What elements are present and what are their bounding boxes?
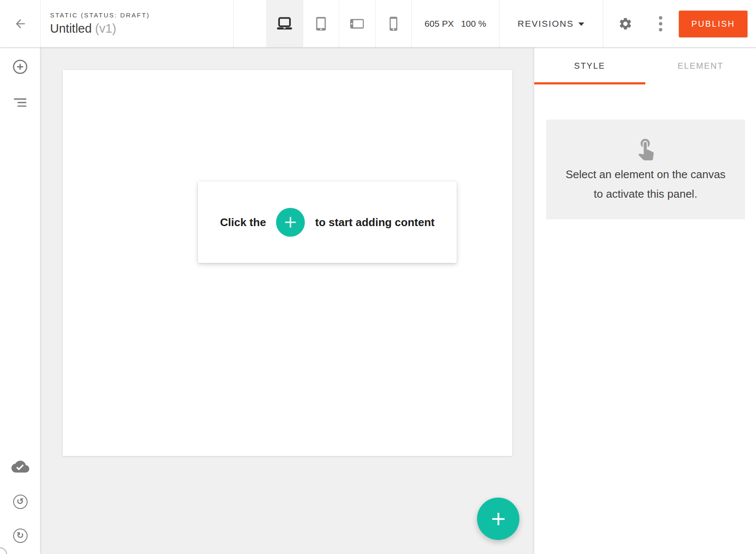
empty-state-card: Click the to start adding content bbox=[198, 182, 457, 263]
more-options-button[interactable] bbox=[649, 0, 672, 47]
document-title-block: STATIC (STATUS: DRAFT) Untitled(v1) bbox=[50, 0, 150, 47]
tablet-landscape-icon bbox=[348, 15, 366, 33]
device-tablet-portrait-button[interactable] bbox=[303, 0, 340, 47]
device-tablet-landscape-button[interactable] bbox=[339, 0, 376, 47]
add-content-fab[interactable] bbox=[477, 498, 519, 540]
canvas-zoom-value: 100 % bbox=[461, 19, 486, 29]
phone-icon bbox=[385, 15, 402, 33]
kebab-menu-icon bbox=[659, 16, 662, 31]
document-status-label: STATIC (STATUS: DRAFT) bbox=[50, 11, 150, 19]
add-circle-icon bbox=[12, 59, 28, 75]
placeholder-text-line1: Select an element on the canvas bbox=[566, 165, 725, 184]
divider bbox=[603, 0, 603, 47]
cloud-saved-icon bbox=[11, 458, 29, 476]
gear-icon bbox=[618, 17, 633, 31]
add-content-button[interactable] bbox=[0, 53, 40, 80]
device-desktop-button[interactable] bbox=[267, 0, 303, 47]
autosave-status bbox=[0, 453, 40, 480]
canvas-dimensions-readout: 605 PX 100 % bbox=[412, 0, 499, 47]
redo-icon: ↻ bbox=[13, 529, 28, 543]
add-content-circle-button[interactable] bbox=[276, 208, 305, 237]
panel-placeholder-box: Select an element on the canvas to activ… bbox=[546, 120, 745, 219]
device-preview-switcher bbox=[266, 0, 412, 47]
page-title: Untitled bbox=[50, 22, 92, 35]
plus-icon bbox=[284, 216, 297, 229]
outline-list-icon bbox=[12, 95, 28, 111]
version-label: (v1) bbox=[95, 22, 116, 35]
tab-element[interactable]: ELEMENT bbox=[645, 48, 756, 84]
panel-tabs: STYLE ELEMENT bbox=[534, 48, 756, 84]
canvas-width-value: 605 PX bbox=[424, 19, 454, 29]
plus-icon bbox=[491, 512, 505, 526]
revisions-dropdown[interactable]: REVISIONS bbox=[499, 0, 603, 47]
settings-button[interactable] bbox=[612, 0, 639, 47]
undo-button[interactable]: ↺ bbox=[0, 488, 40, 515]
laptop-icon bbox=[275, 14, 294, 33]
publish-button[interactable]: PUBLISH bbox=[679, 11, 748, 37]
tablet-portrait-icon bbox=[312, 15, 330, 33]
redo-button[interactable]: ↻ bbox=[0, 522, 40, 549]
undo-icon: ↺ bbox=[13, 495, 28, 509]
divider bbox=[40, 0, 41, 47]
back-arrow-icon bbox=[14, 17, 27, 31]
left-toolbar: ↺ ↻ bbox=[0, 48, 40, 554]
back-button[interactable] bbox=[0, 0, 40, 47]
device-phone-button[interactable] bbox=[376, 0, 412, 47]
outline-structure-button[interactable] bbox=[0, 89, 40, 116]
divider bbox=[233, 0, 234, 47]
page-surface[interactable] bbox=[63, 70, 512, 456]
revisions-label: REVISIONS bbox=[518, 19, 574, 29]
properties-panel: STYLE ELEMENT Select an element on the c… bbox=[534, 48, 756, 554]
empty-message-suffix: to start adding content bbox=[315, 216, 435, 229]
empty-message-prefix: Click the bbox=[220, 216, 266, 229]
chevron-down-icon bbox=[578, 22, 584, 26]
active-tab-indicator bbox=[534, 82, 645, 84]
tab-style[interactable]: STYLE bbox=[534, 48, 645, 84]
placeholder-text-line2: to activate this panel. bbox=[594, 184, 697, 204]
top-toolbar: STATIC (STATUS: DRAFT) Untitled(v1) bbox=[0, 0, 756, 48]
touch-pointer-icon bbox=[633, 136, 658, 160]
editor-canvas: Click the to start adding content bbox=[40, 48, 534, 554]
